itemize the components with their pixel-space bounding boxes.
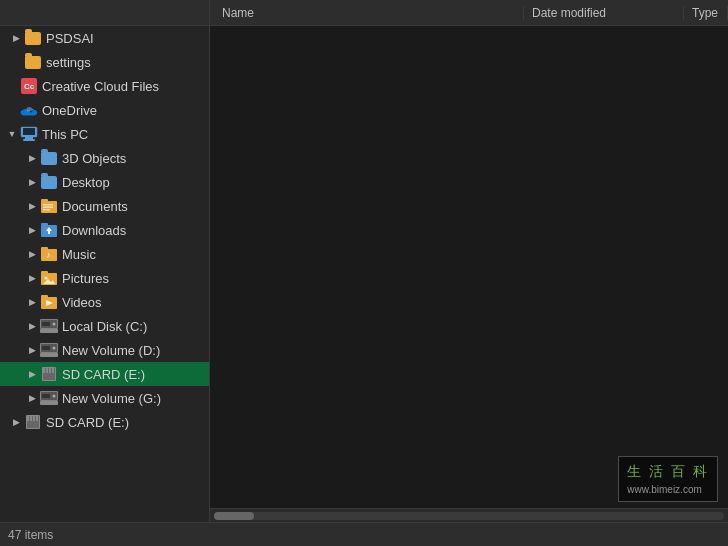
svg-point-29 (53, 347, 56, 350)
sidebar-item-psdsai[interactable]: ▶ PSDSAI (0, 26, 209, 50)
sidebar-item-thispc[interactable]: ▼ This PC (0, 122, 209, 146)
sidebar-item-label: settings (46, 55, 205, 70)
onedrive-icon (20, 101, 38, 119)
drive-g-icon (40, 389, 58, 407)
sidebar-item-sd-card-e[interactable]: ▶ SD CARD (E:) (0, 362, 209, 386)
svg-rect-41 (42, 394, 50, 398)
sidebar-item-new-volume-g[interactable]: ▶ New Volume (G:) (0, 386, 209, 410)
svg-rect-48 (36, 416, 38, 421)
sidebar: ▶ PSDSAI settings Cc Creativ (0, 26, 210, 522)
sidebar-item-downloads[interactable]: ▶ Downloads (0, 218, 209, 242)
watermark-line2: www.bimeiz.com (627, 482, 709, 497)
sidebar-item-desktop[interactable]: ▶ Desktop (0, 170, 209, 194)
svg-rect-3 (23, 139, 35, 141)
sidebar-item-onedrive[interactable]: OneDrive (0, 98, 209, 122)
sidebar-item-creative-cloud[interactable]: Cc Creative Cloud Files (0, 74, 209, 98)
sidebar-item-new-volume-d[interactable]: ▶ New Volume (D:) (0, 338, 209, 362)
svg-text:♪: ♪ (46, 250, 51, 260)
col-header-date[interactable]: Date modified (524, 6, 684, 20)
sidebar-item-label: OneDrive (42, 103, 205, 118)
expand-btn[interactable]: ▶ (24, 294, 40, 310)
item-count: 47 items (8, 528, 53, 542)
expand-btn[interactable]: ▶ (24, 150, 40, 166)
svg-rect-16 (41, 271, 48, 274)
expand-btn[interactable]: ▶ (8, 414, 24, 430)
main-area: ▶ PSDSAI settings Cc Creativ (0, 26, 728, 522)
svg-rect-34 (43, 368, 45, 373)
sidebar-item-label: Music (62, 247, 205, 262)
svg-rect-20 (41, 295, 48, 298)
sidebar-item-label: Local Disk (C:) (62, 319, 205, 334)
sidebar-item-label: This PC (42, 127, 205, 142)
content-scrollbar[interactable] (210, 508, 728, 522)
col-header-type[interactable]: Type (684, 6, 728, 20)
svg-rect-45 (27, 416, 29, 421)
expand-btn[interactable]: ▶ (24, 198, 40, 214)
sidebar-item-label: Desktop (62, 175, 205, 190)
expand-btn[interactable]: ▶ (24, 390, 40, 406)
svg-rect-46 (30, 416, 32, 421)
folder-3d-icon (40, 149, 58, 167)
col-header-name[interactable]: Name (214, 6, 524, 20)
sidebar-header-space (0, 0, 210, 25)
expand-btn[interactable]: ▶ (24, 246, 40, 262)
expand-btn[interactable]: ▶ (24, 342, 40, 358)
svg-rect-31 (40, 353, 58, 357)
sidebar-item-label: SD CARD (E:) (46, 415, 205, 430)
svg-rect-47 (33, 416, 35, 421)
expand-btn[interactable]: ▶ (24, 222, 40, 238)
drive-sd-icon (40, 365, 58, 383)
sidebar-item-settings[interactable]: settings (0, 50, 209, 74)
sidebar-item-label: Pictures (62, 271, 205, 286)
sidebar-item-label: Creative Cloud Files (42, 79, 205, 94)
svg-point-40 (53, 395, 56, 398)
sidebar-wrapper: ▶ PSDSAI settings Cc Creativ (0, 26, 210, 522)
expand-btn[interactable]: ▼ (4, 126, 20, 142)
sidebar-item-label: New Volume (G:) (62, 391, 205, 406)
svg-rect-2 (25, 137, 33, 139)
watermark-line1: 生 活 百 科 (627, 461, 709, 482)
folder-downloads-icon (40, 221, 58, 239)
sidebar-item-pictures[interactable]: ▶ Pictures (0, 266, 209, 290)
drive-c-icon (40, 317, 58, 335)
status-bar: 47 items (0, 522, 728, 546)
scrollbar-track[interactable] (214, 512, 724, 520)
svg-rect-7 (43, 207, 53, 209)
folder-videos-icon (40, 293, 58, 311)
scrollbar-thumb[interactable] (214, 512, 254, 520)
sidebar-item-label: New Volume (D:) (62, 343, 205, 358)
sidebar-item-label: Documents (62, 199, 205, 214)
watermark: 生 活 百 科 www.bimeiz.com (618, 456, 718, 502)
thispc-icon (20, 125, 38, 143)
drive-sd2-icon (24, 413, 42, 431)
expand-btn[interactable]: ▶ (24, 318, 40, 334)
svg-rect-30 (42, 346, 50, 350)
folder-icon (24, 29, 42, 47)
folder-music-icon: ♪ (40, 245, 58, 263)
content-headers: Name Date modified Type (210, 6, 728, 20)
svg-point-17 (45, 277, 48, 280)
svg-rect-25 (42, 322, 50, 326)
svg-rect-42 (40, 401, 58, 405)
sidebar-item-3dobjects[interactable]: ▶ 3D Objects (0, 146, 209, 170)
expand-btn[interactable]: ▶ (24, 270, 40, 286)
sidebar-item-documents[interactable]: ▶ Documents (0, 194, 209, 218)
folder-desktop-icon (40, 173, 58, 191)
sidebar-item-sd-card-e2[interactable]: ▶ SD CARD (E:) (0, 410, 209, 434)
cc-icon: Cc (20, 77, 38, 95)
sidebar-item-label: 3D Objects (62, 151, 205, 166)
sidebar-item-label: Videos (62, 295, 205, 310)
folder-icon (24, 53, 42, 71)
sidebar-item-music[interactable]: ▶ ♪ Music (0, 242, 209, 266)
drive-d-icon (40, 341, 58, 359)
svg-rect-26 (40, 329, 58, 333)
expand-btn[interactable]: ▶ (24, 366, 40, 382)
svg-rect-6 (43, 204, 53, 206)
expand-btn[interactable]: ▶ (8, 30, 24, 46)
sidebar-item-label: PSDSAI (46, 31, 205, 46)
sidebar-item-local-disk-c[interactable]: ▶ Local Disk (C:) (0, 314, 209, 338)
svg-rect-37 (52, 368, 54, 373)
expand-btn[interactable]: ▶ (24, 174, 40, 190)
folder-docs-icon (40, 197, 58, 215)
sidebar-item-videos[interactable]: ▶ Videos (0, 290, 209, 314)
